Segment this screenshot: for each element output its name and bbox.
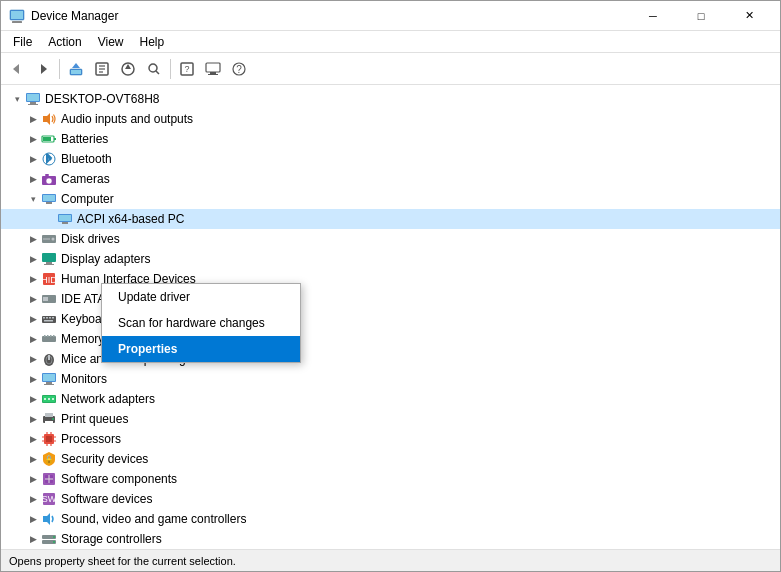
sound-icon xyxy=(41,511,57,527)
svg-marker-95 xyxy=(43,513,50,525)
properties-button[interactable] xyxy=(90,57,114,81)
expand-acpi[interactable]: ▶ xyxy=(41,211,57,227)
svg-text:SW: SW xyxy=(42,494,57,504)
expand-softwaredevices[interactable]: ▶ xyxy=(25,491,41,507)
tree-item-sound[interactable]: ▶ Sound, video and game controllers xyxy=(1,509,780,529)
context-menu-scan-hardware[interactable]: Scan for hardware changes xyxy=(102,310,300,336)
forward-button[interactable] xyxy=(31,57,55,81)
expand-bluetooth[interactable]: ▶ xyxy=(25,151,41,167)
svg-marker-3 xyxy=(13,64,19,74)
menu-view[interactable]: View xyxy=(90,33,132,51)
tree-root[interactable]: ▾ DESKTOP-OVT68H8 xyxy=(1,89,780,109)
tree-item-softwarecomponents[interactable]: ▶ Software components xyxy=(1,469,780,489)
softwarecomponents-icon xyxy=(41,471,57,487)
svg-point-72 xyxy=(48,398,50,400)
svg-text:?: ? xyxy=(184,64,189,74)
tree-item-bluetooth[interactable]: ▶ Bluetooth xyxy=(1,149,780,169)
svg-rect-52 xyxy=(43,317,45,319)
expand-mice[interactable]: ▶ xyxy=(25,351,41,367)
svg-rect-44 xyxy=(42,253,56,262)
svg-rect-30 xyxy=(54,138,56,140)
expand-computer[interactable]: ▾ xyxy=(25,191,41,207)
back-button[interactable] xyxy=(5,57,29,81)
tree-item-softwaredevices[interactable]: ▶ SW Software devices xyxy=(1,489,780,509)
toolbar: ? ? xyxy=(1,53,780,85)
svg-rect-58 xyxy=(44,335,46,337)
svg-rect-29 xyxy=(43,137,51,141)
status-text: Opens property sheet for the current sel… xyxy=(9,555,236,567)
svg-marker-13 xyxy=(125,64,131,69)
tree-item-processors[interactable]: ▶ Processors xyxy=(1,429,780,449)
svg-point-42 xyxy=(52,238,55,241)
expand-cameras[interactable]: ▶ xyxy=(25,171,41,187)
expand-network[interactable]: ▶ xyxy=(25,391,41,407)
context-menu-properties[interactable]: Properties xyxy=(102,336,300,362)
printqueues-label: Print queues xyxy=(61,412,128,426)
svg-point-98 xyxy=(53,536,55,538)
expand-sound[interactable]: ▶ xyxy=(25,511,41,527)
expand-storage[interactable]: ▶ xyxy=(25,531,41,547)
softwarecomponents-label: Software components xyxy=(61,472,177,486)
update-driver-button[interactable] xyxy=(116,57,140,81)
expand-security[interactable]: ▶ xyxy=(25,451,41,467)
expand-monitors[interactable]: ▶ xyxy=(25,371,41,387)
tree-item-storage[interactable]: ▶ Storage controllers xyxy=(1,529,780,549)
show-hidden-button[interactable]: ? xyxy=(175,57,199,81)
svg-rect-60 xyxy=(50,335,52,337)
tree-item-cameras[interactable]: ▶ Cameras xyxy=(1,169,780,189)
minimize-button[interactable]: ─ xyxy=(630,1,676,31)
expand-root[interactable]: ▾ xyxy=(9,91,25,107)
expand-printqueues[interactable]: ▶ xyxy=(25,411,41,427)
svg-marker-4 xyxy=(41,64,47,74)
title-bar-left: Device Manager xyxy=(9,8,118,24)
acpi-label: ACPI x64-based PC xyxy=(77,212,184,226)
softwaredevices-label: Software devices xyxy=(61,492,152,506)
svg-rect-66 xyxy=(43,374,55,381)
tree-item-acpi[interactable]: ▶ ACPI x64-based PC xyxy=(1,209,780,229)
tree-item-network[interactable]: ▶ Network adapters xyxy=(1,389,780,409)
window-icon xyxy=(9,8,25,24)
network-icon xyxy=(41,391,57,407)
expand-audio[interactable]: ▶ xyxy=(25,111,41,127)
svg-text:?: ? xyxy=(236,64,242,75)
scan-hardware-button[interactable] xyxy=(142,57,166,81)
storage-icon xyxy=(41,531,57,547)
tree-item-security[interactable]: ▶ 🔒 Security devices xyxy=(1,449,780,469)
menu-file[interactable]: File xyxy=(5,33,40,51)
svg-point-33 xyxy=(46,178,52,184)
expand-softwarecomponents[interactable]: ▶ xyxy=(25,471,41,487)
tree-item-diskdrives[interactable]: ▶ Disk drives xyxy=(1,229,780,249)
expand-batteries[interactable]: ▶ xyxy=(25,131,41,147)
tree-item-displayadapters[interactable]: ▶ Display adapters xyxy=(1,249,780,269)
computer-label: Computer xyxy=(61,192,114,206)
tree-item-printqueues[interactable]: ▶ Print queues xyxy=(1,409,780,429)
tree-item-batteries[interactable]: ▶ Batteries xyxy=(1,129,780,149)
memory-icon xyxy=(41,331,57,347)
displayadapters-label: Display adapters xyxy=(61,252,150,266)
diskdrives-icon xyxy=(41,231,57,247)
displayadapters-icon xyxy=(41,251,57,267)
tree-item-computer[interactable]: ▾ Computer xyxy=(1,189,780,209)
batteries-label: Batteries xyxy=(61,132,108,146)
expand-keyboards[interactable]: ▶ xyxy=(25,311,41,327)
svg-rect-34 xyxy=(45,174,49,176)
expand-ideata[interactable]: ▶ xyxy=(25,291,41,307)
expand-hid[interactable]: ▶ xyxy=(25,271,41,287)
menu-action[interactable]: Action xyxy=(40,33,89,51)
maximize-button[interactable]: □ xyxy=(678,1,724,31)
title-bar: Device Manager ─ □ ✕ xyxy=(1,1,780,31)
expand-displayadapters[interactable]: ▶ xyxy=(25,251,41,267)
menu-help[interactable]: Help xyxy=(132,33,173,51)
monitor-button[interactable] xyxy=(201,57,225,81)
svg-point-14 xyxy=(149,64,157,72)
expand-processors[interactable]: ▶ xyxy=(25,431,41,447)
close-button[interactable]: ✕ xyxy=(726,1,772,31)
tree-item-monitors[interactable]: ▶ Monitors xyxy=(1,369,780,389)
up-button[interactable] xyxy=(64,57,88,81)
expand-memory[interactable]: ▶ xyxy=(25,331,41,347)
svg-rect-19 xyxy=(210,72,216,74)
expand-diskdrives[interactable]: ▶ xyxy=(25,231,41,247)
help-button[interactable]: ? xyxy=(227,57,251,81)
tree-item-audio[interactable]: ▶ Audio inputs and outputs xyxy=(1,109,780,129)
context-menu-update-driver[interactable]: Update driver xyxy=(102,284,300,310)
